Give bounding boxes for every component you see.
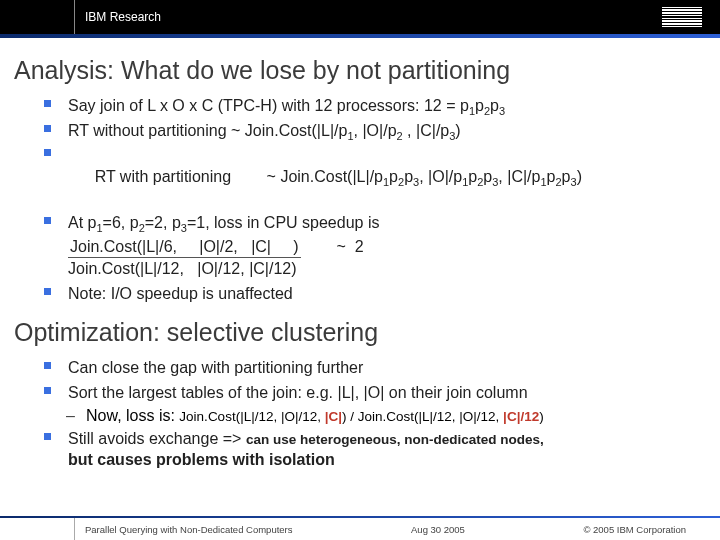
ibm-logo-icon <box>662 7 702 28</box>
sub-bullet-item: Now, loss is: Join.Cost(|L|/12, |O|/12, … <box>66 407 706 425</box>
section-title-1: Analysis: What do we lose by not partiti… <box>14 56 706 85</box>
footer-title: Parallel Querying with Non-Dedicated Com… <box>85 524 293 535</box>
bullet-item: Sort the largest tables of the join: e.g… <box>44 382 706 404</box>
footer-date: Aug 30 2005 <box>411 524 465 535</box>
brand-label: IBM Research <box>85 10 161 24</box>
header-bar: IBM Research <box>0 0 720 34</box>
fraction-denominator: Join.Cost(|L|/12, |O|/12, |C|/12) <box>68 258 297 280</box>
fraction-numerator: Join.Cost(|L|/6, |O|/2, |C| ) <box>68 236 301 259</box>
slide-content: Analysis: What do we lose by not partiti… <box>0 38 720 471</box>
sub-bullet-list: Now, loss is: Join.Cost(|L|/12, |O|/12, … <box>14 407 706 425</box>
footer-copyright: © 2005 IBM Corporation <box>583 524 686 535</box>
header-divider <box>74 0 75 34</box>
bullet-list-2: Can close the gap with partitioning furt… <box>14 357 706 403</box>
bullet-item: RT without partitioning ~ Join.Cost(|L|/… <box>44 120 706 142</box>
footer-divider <box>74 518 75 540</box>
bullet-list-1: Say join of L x O x C (TPC-H) with 12 pr… <box>14 95 706 304</box>
bullet-item: Note: I/O speedup is unaffected <box>44 283 706 305</box>
footer: Parallel Querying with Non-Dedicated Com… <box>0 518 720 540</box>
bullet-item: RT with partitioning ~ Join.Cost(|L|/p1p… <box>44 144 706 209</box>
bullet-item: Can close the gap with partitioning furt… <box>44 357 706 379</box>
bullet-list-2b: Still avoids exchange => can use heterog… <box>14 428 706 471</box>
bullet-item: Still avoids exchange => can use heterog… <box>44 428 706 471</box>
header-left: IBM Research <box>0 0 161 34</box>
bullet-item: At p1=6, p2=2, p3=1, loss in CPU speedup… <box>44 212 706 280</box>
approx-result: ~ 2 <box>337 236 364 258</box>
bullet-item: Say join of L x O x C (TPC-H) with 12 pr… <box>44 95 706 117</box>
footer-left: Parallel Querying with Non-Dedicated Com… <box>0 518 293 540</box>
fraction-row: Join.Cost(|L|/6, |O|/2, |C| ) Join.Cost(… <box>68 236 706 280</box>
section-title-2: Optimization: selective clustering <box>14 318 706 347</box>
